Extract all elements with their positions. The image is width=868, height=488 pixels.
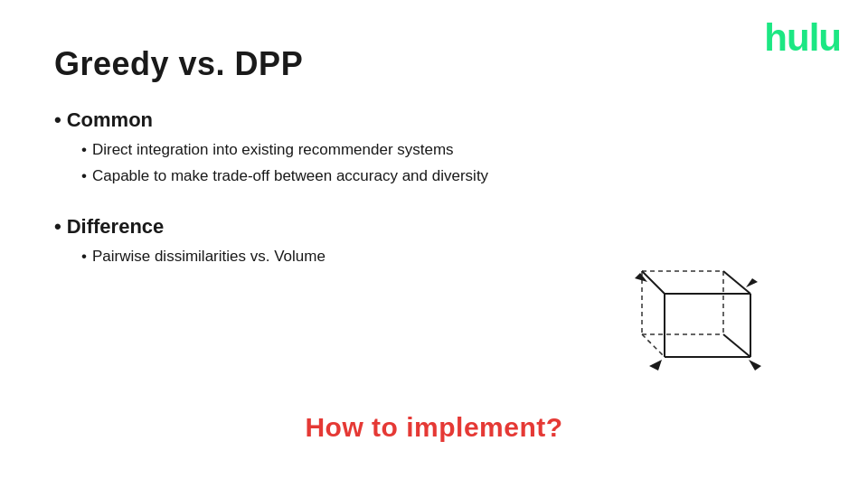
difference-heading: Difference xyxy=(54,215,814,239)
svg-line-9 xyxy=(723,271,750,294)
slide-title: Greedy vs. DPP xyxy=(54,45,814,83)
svg-marker-13 xyxy=(749,360,761,371)
common-sub-2: Capable to make trade-off between accura… xyxy=(81,164,814,190)
how-to-implement: How to implement? xyxy=(0,412,868,443)
slide: hulu Greedy vs. DPP Common Direct integr… xyxy=(0,0,868,488)
common-sub-1: Direct integration into existing recomme… xyxy=(81,137,814,164)
common-heading: Common xyxy=(54,108,814,132)
content-area: Common Direct integration into existing … xyxy=(54,108,814,277)
svg-line-8 xyxy=(642,271,665,294)
svg-line-10 xyxy=(723,334,750,357)
common-section: Common Direct integration into existing … xyxy=(54,108,814,190)
cube-diagram xyxy=(615,253,796,398)
hulu-logo: hulu xyxy=(764,16,841,60)
svg-line-11 xyxy=(642,334,665,357)
svg-marker-14 xyxy=(746,278,758,287)
svg-marker-12 xyxy=(649,360,662,371)
